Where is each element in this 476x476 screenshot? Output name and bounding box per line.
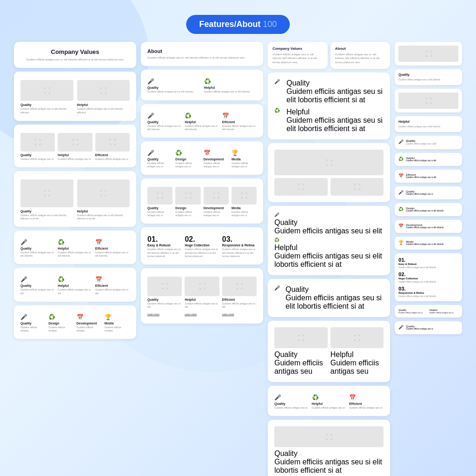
- feat-body-di2: Guidem efficiis antigas seu si: [175, 162, 200, 168]
- feat-body-hi3: Guidem efficiis antigas seu si elit lobo…: [204, 90, 257, 93]
- helpful-icon-2: ♻️: [58, 276, 92, 283]
- badge-count: 100: [263, 20, 277, 29]
- narrow-feat-quality: Quality Guidem efficiis antigas seu si: [398, 309, 427, 314]
- img-helpful-2: [58, 133, 92, 152]
- numbered-item-3: 03. Responsive & Retina Guidem efficiis …: [222, 236, 257, 258]
- nd-body: Guidem efficiis antigas seu si elit lobo…: [406, 210, 443, 212]
- card-body: Guidem efficiis antigas seu si. elit lob…: [20, 58, 130, 61]
- learn-more-quality[interactable]: Learn more: [147, 313, 159, 316]
- feat-body-ei1: Guidem efficiis antigas seu si elit lobo…: [95, 251, 130, 258]
- feature-quality-icon-6: 🎤 Quality Guidem efficiis antigas seu si: [147, 150, 172, 168]
- feat-title-ei2: Efficient: [95, 284, 130, 287]
- narrow-helpful-icon-row: ♻️ Helpful Guidem efficiis antigas seu s…: [398, 157, 458, 162]
- helpful-body-col: Guidem efficiis antigas seu si elit lobo…: [286, 116, 383, 133]
- feat-title-quality-3: Quality: [20, 210, 73, 213]
- small-img-1: [274, 178, 328, 196]
- quality-icon-bot: 🎤 Quality Guidem efficiis antigas seu si: [274, 394, 309, 410]
- development-icon-2: 📅: [204, 150, 229, 156]
- about-title-1: About: [147, 48, 257, 54]
- narrow-card-two-col-feat: Quality Guidem efficiis antigas seu si H…: [395, 305, 462, 317]
- feat-img-body-q1: Guidem efficiis antigas seu si: [147, 211, 172, 217]
- feat-title-devi2: Development: [204, 158, 229, 161]
- num-body-3: Guidem efficiis antigas seu si elit lobo…: [222, 248, 257, 258]
- column-4: Quality Guidem efficiis antigas seu si e…: [395, 42, 462, 476]
- card-two-icon-features-1: 🎤 Quality Guidem efficiis antigas seu si…: [141, 70, 263, 100]
- quality-feat-title: Quality: [274, 218, 383, 227]
- quality-feat-icon: 🎤: [274, 212, 383, 217]
- learn-more-helpful[interactable]: Learn more: [185, 313, 197, 316]
- feature-quality-icon-5: 🎤 Quality Guidem efficiis antigas seu si…: [147, 112, 182, 131]
- feat-body-mi2: Guidem efficiis antigas seu si: [231, 162, 257, 168]
- numbered-item-1: 01. Easy & Robust Guidem efficiis antiga…: [147, 236, 182, 258]
- feat-img-title-m1: Media: [231, 206, 257, 210]
- img-helpful-3: [77, 179, 130, 207]
- narrow-card-media-icon: 🏆 Media Guidem efficiis antigas seu si e…: [395, 237, 462, 250]
- development-icon-1: 📅: [77, 314, 102, 320]
- narrow-num-2: 02.: [398, 271, 458, 277]
- card-four-icons-1: 🎤 Quality Guidem efficiis antigas ♻️ Des…: [14, 305, 136, 339]
- img-quality-3: [20, 179, 73, 207]
- feat-title-helpful-3: Helpful: [77, 210, 130, 213]
- narrow-card-helpful-icon: ♻️ Helpful Guidem efficiis antigas seu s…: [395, 153, 462, 166]
- quality-helpful-row: 🎤 Quality Guidem efficiis antigas seu si…: [274, 212, 383, 235]
- img-ph-development-1: [204, 187, 229, 205]
- helpful-body-b: Guidem efficiis antigas seu si: [312, 406, 346, 410]
- learn-more-efficient[interactable]: Learn more: [222, 313, 234, 316]
- img-learn-h: [185, 277, 219, 296]
- single-img-placeholder: [274, 150, 383, 175]
- small-img-2: [331, 178, 384, 196]
- card-title: Company Values: [20, 48, 130, 55]
- about-body-1: Guidem efficiis antigas seu si. elit lob…: [147, 56, 257, 60]
- helpful-feat-row: ♻️ Helpful Guidem efficiis antigas seu s…: [274, 238, 383, 269]
- feat-title-mi1: Media: [105, 322, 130, 325]
- helpful-title-col: Helpful: [286, 108, 383, 116]
- feat-body-qi5: Guidem efficiis antigas seu si elit lobo…: [147, 125, 182, 131]
- narrow-helpful-body: Guidem efficiis antigas seu si elit lobo…: [398, 125, 458, 128]
- narrow-num-label-3: Responsive & Retina: [398, 291, 458, 294]
- narrow-development-icon: 📅: [398, 224, 403, 228]
- quality-feat: 🎤 Quality Guidem efficiis antigas seu si…: [274, 212, 383, 235]
- narrow-num-body-1: Guidem efficiis antigas seu si elit lobo…: [398, 266, 458, 269]
- narrow-card-design-icon: ♻️ Design Guidem efficiis antigas seu si…: [395, 203, 462, 216]
- card-quality-helpful-img: 🎤 Quality Guidem efficiis antigas seu si…: [268, 206, 390, 275]
- narrow-num-label-1: Easy & Robust: [398, 263, 458, 265]
- feature-helpful-icon-2: ♻️ Helpful Guidem efficiis antigas seu s…: [58, 276, 92, 295]
- feature-quality: Quality Guidem efficiis antigas seu si e…: [20, 80, 73, 114]
- feat-title-ei1: Efficient: [95, 247, 130, 250]
- card-three-icon-features-1: 🎤 Quality Guidem efficiis antigas seu si…: [141, 104, 263, 138]
- quality-icon-5: 🎤: [147, 112, 182, 119]
- nqf-body: Guidem efficiis antigas seu si: [406, 193, 433, 195]
- quality-icon-2: 🎤: [20, 276, 55, 283]
- nm-body: Guidem efficiis antigas seu si elit lobo…: [406, 243, 443, 245]
- helpful-feat-body: Guidem efficiis antigas seu si elit lobo…: [274, 252, 383, 269]
- about-title-2: About: [335, 46, 386, 51]
- narrow-img-1: [398, 46, 458, 62]
- feat-body-ei3: Guidem efficiis antigas seu si elit lobo…: [222, 125, 257, 131]
- feat-img-title-q1: Quality: [147, 206, 172, 210]
- narrow-efficient-icon-row: 📅 Efficient Guidem efficiis antigas seu …: [398, 173, 458, 179]
- side-feat-body-1: Guidem efficiis antigas seu: [274, 359, 328, 376]
- feat-body-hi2: Guidem efficiis antigas seu si elit: [58, 288, 92, 295]
- efficient-icon-2: 📅: [95, 276, 130, 283]
- efficient-icon-3: 📅: [222, 112, 257, 119]
- card-three-images-learn: Quality Guidem efficiis antigas seu si e…: [141, 268, 263, 324]
- feat-body-qi1: Guidem efficiis antigas seu si elit lobo…: [20, 251, 55, 258]
- company-values-body-2: Guidem efficiis antigas seu si. elit lob…: [272, 53, 323, 64]
- card-bottom-img: Quality Guidem efficiis antigas seu si e…: [268, 420, 390, 476]
- ne-body: Guidem efficiis antigas seu si elit: [406, 176, 436, 178]
- nqb-body: Guidem efficiis antigas seu si: [406, 328, 433, 330]
- narrow-two-col-feat-grid: Quality Guidem efficiis antigas seu si H…: [398, 309, 458, 314]
- bottom-img-title: Quality: [274, 450, 383, 458]
- narrow-media-icon-row: 🏆 Media Guidem efficiis antigas seu si e…: [398, 240, 458, 246]
- narrow-efficient-icon: 📅: [398, 173, 403, 178]
- card-two-large-images: Quality Guidem efficiis antigas seu si e…: [14, 171, 136, 227]
- feat-title-qi2: Quality: [20, 284, 55, 287]
- feat-body-devi1: Guidem efficiis antigas: [77, 326, 102, 332]
- feat-title-qi3: Quality: [20, 322, 46, 325]
- num-body-1: Guidem efficiis antigas seu si elit lobo…: [147, 248, 182, 258]
- feat-img-title-dev1: Development: [204, 206, 229, 210]
- img-efficient-1: [95, 133, 130, 152]
- feature-img-learn-h: Helpful Guidem efficiis antigas seu si e…: [185, 277, 219, 317]
- feature-helpful-icon-4: ♻️ Helpful Guidem efficiis antigas seu s…: [185, 112, 219, 131]
- side-img-1: [274, 327, 328, 348]
